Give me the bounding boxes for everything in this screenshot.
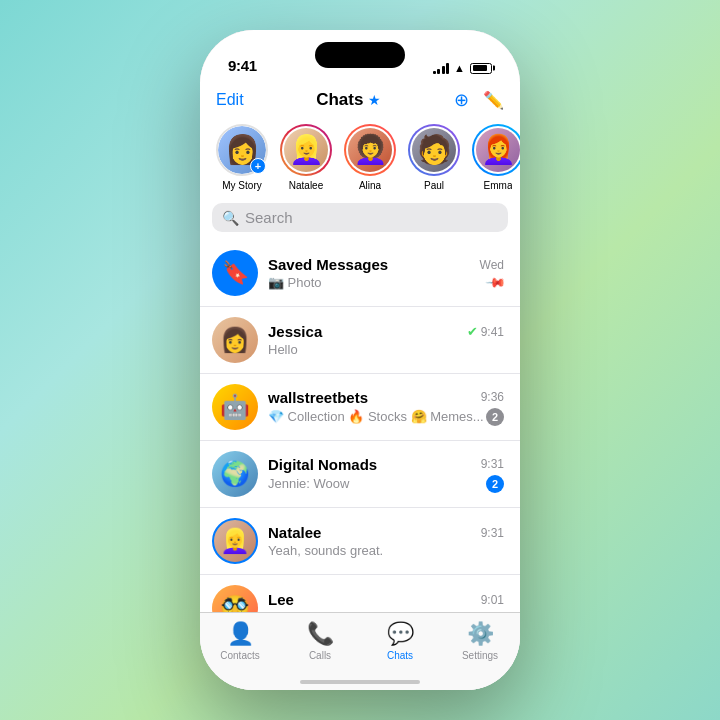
home-indicator [300, 680, 420, 684]
chats-icon: 💬 [387, 621, 414, 647]
nav-bar: Edit Chats ★ ⊕ ✏️ [200, 82, 520, 116]
natalee-name: Natalee [268, 524, 321, 541]
phone-content: Edit Chats ★ ⊕ ✏️ 👩 + [200, 82, 520, 690]
story-natalee[interactable]: 👱‍♀️ Natalee [280, 124, 332, 191]
settings-label: Settings [462, 650, 498, 661]
story-alina[interactable]: 👩‍🦱 Alina [344, 124, 396, 191]
alina-story-avatar: 👩‍🦱 [344, 124, 396, 176]
digital-nomads-time: 9:31 [481, 457, 504, 471]
saved-messages-content: Saved Messages Wed 📷 Photo 📌 [268, 256, 504, 290]
wallstreetbets-avatar: 🤖 [212, 384, 258, 430]
edit-button[interactable]: Edit [216, 91, 244, 109]
tab-settings[interactable]: ⚙️ Settings [450, 621, 510, 661]
natalee-preview: Yeah, sounds great. [268, 543, 504, 558]
chat-item-digital-nomads[interactable]: 🌍 Digital Nomads 9:31 Jennie: Woow 2 [200, 441, 520, 508]
tab-calls[interactable]: 📞 Calls [290, 621, 350, 661]
lee-name: Lee [268, 591, 294, 608]
jessica-content: Jessica ✔9:41 Hello [268, 323, 504, 357]
jessica-name: Jessica [268, 323, 322, 340]
chat-item-wallstreetbets[interactable]: 🤖 wallstreetbets 9:36 💎 Collection 🔥 Sto… [200, 374, 520, 441]
wifi-icon: ▲ [454, 62, 465, 74]
lee-avatar: 🥸 [212, 585, 258, 612]
saved-messages-preview: 📷 Photo [268, 275, 488, 290]
chat-item-lee[interactable]: 🥸 Lee 9:01 Mind if I invite my friend? [200, 575, 520, 612]
natalee-story-avatar: 👱‍♀️ [280, 124, 332, 176]
natalee-time: 9:31 [481, 526, 504, 540]
tab-contacts[interactable]: 👤 Contacts [210, 621, 270, 661]
nav-actions: ⊕ ✏️ [454, 91, 504, 109]
digital-nomads-name: Digital Nomads [268, 456, 377, 473]
nav-star-icon: ★ [368, 92, 381, 108]
settings-icon: ⚙️ [467, 621, 494, 647]
jessica-preview: Hello [268, 342, 504, 357]
my-story-avatar: 👩 + [216, 124, 268, 176]
nav-title: Chats [316, 90, 363, 110]
natalee-content: Natalee 9:31 Yeah, sounds great. [268, 524, 504, 558]
story-emma[interactable]: 👩‍🦰 Emma [472, 124, 520, 191]
phone-frame: 9:41 ▲ Edit Chats ★ ⊕ ✏️ [200, 30, 520, 690]
wallstreetbets-time: 9:36 [481, 390, 504, 404]
add-story-icon: + [250, 158, 266, 174]
add-chat-button[interactable]: ⊕ [454, 91, 469, 109]
story-name-mystory: My Story [222, 180, 261, 191]
chat-item-saved[interactable]: 🔖 Saved Messages Wed 📷 Photo 📌 [200, 240, 520, 307]
chat-item-jessica[interactable]: 👩 Jessica ✔9:41 Hello [200, 307, 520, 374]
search-icon: 🔍 [222, 210, 239, 226]
status-icons: ▲ [433, 62, 492, 74]
signal-icon [433, 62, 450, 74]
story-name-paul: Paul [424, 180, 444, 191]
chat-item-natalee[interactable]: 👱‍♀️ Natalee 9:31 Yeah, sounds great. [200, 508, 520, 575]
wallstreetbets-badge: 2 [486, 408, 504, 426]
wallstreetbets-name: wallstreetbets [268, 389, 368, 406]
story-name-emma: Emma [484, 180, 513, 191]
saved-messages-time: Wed [480, 258, 504, 272]
stories-row: 👩 + My Story 👱‍♀️ Natalee [200, 116, 520, 203]
lee-time: 9:01 [481, 593, 504, 607]
saved-messages-avatar: 🔖 [212, 250, 258, 296]
tab-bar: 👤 Contacts 📞 Calls 💬 Chats ⚙️ Settings [200, 612, 520, 690]
paul-story-avatar: 🧑 [408, 124, 460, 176]
search-bar[interactable]: 🔍 Search [212, 203, 508, 232]
lee-content: Lee 9:01 Mind if I invite my friend? [268, 591, 504, 612]
lee-preview: Mind if I invite my friend? [268, 610, 504, 612]
natalee-avatar: 👱‍♀️ [212, 518, 258, 564]
dynamic-island [315, 42, 405, 68]
digital-nomads-avatar: 🌍 [212, 451, 258, 497]
status-time: 9:41 [228, 57, 257, 74]
story-paul[interactable]: 🧑 Paul [408, 124, 460, 191]
wallstreetbets-content: wallstreetbets 9:36 💎 Collection 🔥 Stock… [268, 389, 504, 426]
emma-story-avatar: 👩‍🦰 [472, 124, 520, 176]
digital-nomads-preview: Jennie: Woow [268, 476, 486, 491]
story-my-story[interactable]: 👩 + My Story [216, 124, 268, 191]
digital-nomads-badge: 2 [486, 475, 504, 493]
jessica-avatar: 👩 [212, 317, 258, 363]
nav-title-container: Chats ★ [316, 90, 381, 110]
calls-label: Calls [309, 650, 331, 661]
story-name-alina: Alina [359, 180, 381, 191]
saved-messages-name: Saved Messages [268, 256, 388, 273]
tab-chats[interactable]: 💬 Chats [370, 621, 430, 661]
story-name-natalee: Natalee [289, 180, 323, 191]
contacts-label: Contacts [220, 650, 259, 661]
battery-icon [470, 63, 492, 74]
compose-button[interactable]: ✏️ [483, 92, 504, 109]
chat-list: 🔖 Saved Messages Wed 📷 Photo 📌 👩 [200, 240, 520, 612]
pin-icon: 📌 [485, 272, 507, 294]
chats-label: Chats [387, 650, 413, 661]
read-check: ✔ [467, 324, 478, 339]
jessica-time: ✔9:41 [467, 324, 504, 339]
wallstreetbets-preview: 💎 Collection 🔥 Stocks 🤗 Memes... [268, 409, 486, 424]
contacts-icon: 👤 [227, 621, 254, 647]
search-input[interactable]: Search [245, 209, 293, 226]
digital-nomads-content: Digital Nomads 9:31 Jennie: Woow 2 [268, 456, 504, 493]
calls-icon: 📞 [307, 621, 334, 647]
